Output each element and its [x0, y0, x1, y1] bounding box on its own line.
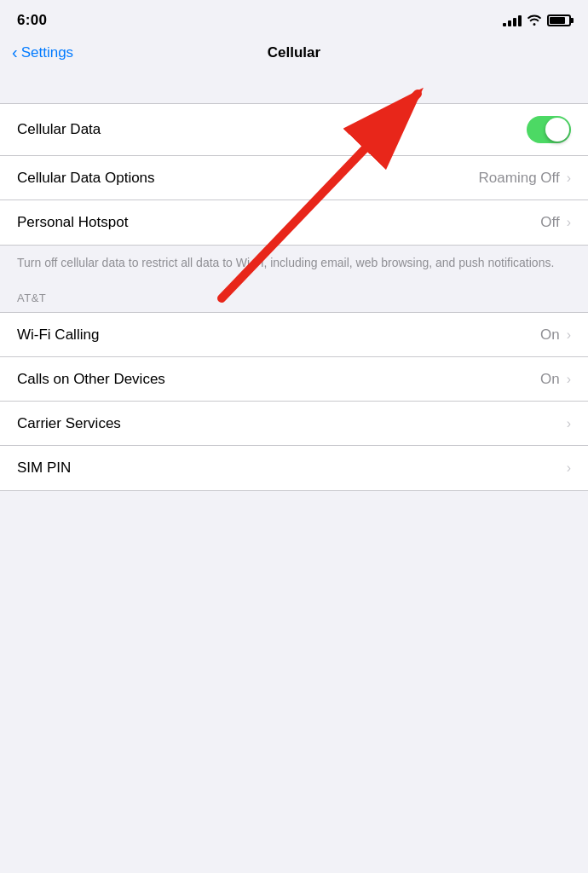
cellular-data-options-chevron-icon: › [567, 171, 571, 186]
wifi-icon [527, 14, 542, 28]
nav-header: ‹ Settings Cellular [0, 36, 588, 73]
personal-hotspot-label: Personal Hotspot [17, 214, 128, 231]
sim-pin-label: SIM PIN [17, 460, 71, 477]
info-section: Turn off cellular data to restrict all d… [0, 246, 588, 285]
back-chevron-icon: ‹ [12, 43, 18, 61]
info-text: Turn off cellular data to restrict all d… [17, 254, 571, 271]
back-label: Settings [21, 44, 73, 61]
calls-other-devices-right: On › [540, 371, 571, 388]
battery-icon [547, 14, 571, 26]
wifi-calling-label: Wi-Fi Calling [17, 327, 99, 344]
calls-other-devices-label: Calls on Other Devices [17, 371, 165, 388]
status-time: 6:00 [17, 12, 47, 29]
cellular-data-options-right: Roaming Off › [479, 170, 571, 187]
back-button[interactable]: ‹ Settings [12, 44, 73, 61]
calls-other-devices-row[interactable]: Calls on Other Devices On › [0, 357, 588, 402]
cellular-data-label: Cellular Data [17, 121, 101, 138]
signal-bars-icon [503, 14, 522, 26]
carrier-settings-section: Wi-Fi Calling On › Calls on Other Device… [0, 312, 588, 491]
cellular-data-row[interactable]: Cellular Data [0, 104, 588, 156]
wifi-calling-chevron-icon: › [567, 327, 571, 343]
cellular-data-options-row[interactable]: Cellular Data Options Roaming Off › [0, 156, 588, 200]
carrier-services-right: › [565, 416, 571, 431]
cellular-data-toggle[interactable] [527, 116, 571, 143]
wifi-calling-value: On [540, 327, 560, 344]
main-settings-section: Cellular Data Cellular Data Options Roam… [0, 103, 588, 246]
sim-pin-right: › [565, 460, 571, 476]
personal-hotspot-chevron-icon: › [567, 215, 571, 230]
sim-pin-chevron-icon: › [567, 460, 571, 476]
carrier-label: AT&T [17, 292, 46, 304]
wifi-calling-right: On › [540, 327, 571, 344]
cellular-data-options-label: Cellular Data Options [17, 170, 155, 187]
personal-hotspot-row[interactable]: Personal Hotspot Off › [0, 200, 588, 245]
status-bar: 6:00 [0, 0, 588, 36]
calls-other-devices-chevron-icon: › [567, 372, 571, 387]
calls-other-devices-value: On [540, 371, 560, 388]
sim-pin-row[interactable]: SIM PIN › [0, 446, 588, 490]
status-icons [503, 14, 571, 28]
section-gap-top [0, 73, 588, 103]
page-title: Cellular [268, 44, 320, 61]
carrier-services-row[interactable]: Carrier Services › [0, 402, 588, 446]
personal-hotspot-right: Off › [540, 214, 571, 231]
personal-hotspot-value: Off [540, 214, 559, 231]
carrier-services-label: Carrier Services [17, 415, 121, 432]
carrier-services-chevron-icon: › [567, 416, 571, 431]
carrier-section-header: AT&T [0, 285, 588, 312]
cellular-data-options-value: Roaming Off [479, 170, 560, 187]
toggle-knob [545, 118, 569, 142]
wifi-calling-row[interactable]: Wi-Fi Calling On › [0, 313, 588, 357]
